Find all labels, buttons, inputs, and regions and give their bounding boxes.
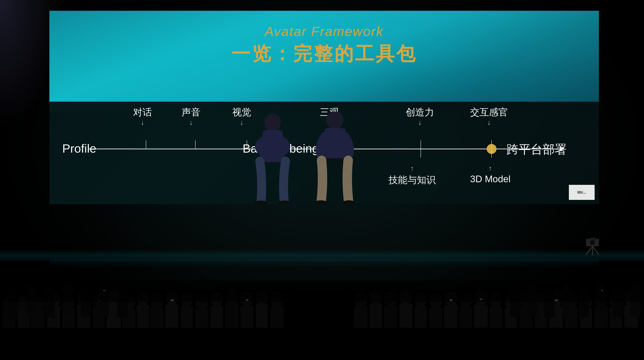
svg-rect-77 [460, 307, 472, 331]
svg-rect-52 [210, 306, 223, 331]
diagram-panel: 对话 ↓ 声音 ↓ 视觉 ↓ 三观 ↓ 创造力 ↓ [49, 102, 599, 204]
svg-rect-67 [384, 306, 398, 331]
label-3dmodel: ↓ 3D Model [470, 163, 510, 185]
svg-rect-54 [225, 304, 239, 330]
info-box: Mir... [569, 185, 595, 200]
svg-rect-136 [0, 280, 644, 302]
cross-platform-label: 跨平台部署 [506, 141, 567, 158]
svg-point-12 [264, 113, 281, 131]
svg-rect-138 [590, 238, 596, 240]
title-chinese: 一览：完整的工具包 [49, 41, 599, 67]
label-jineng: ↓ 技能与知识 [388, 163, 436, 186]
camera-tripod [580, 235, 605, 257]
label-jiaohugangguan: 交互感官 ↓ [470, 106, 508, 127]
profile-label: Profile [62, 141, 96, 155]
label-duihua: 对话 ↓ [133, 106, 152, 127]
svg-line-141 [586, 246, 592, 255]
info-box-text: Mir... [577, 190, 586, 195]
svg-line-143 [592, 246, 599, 255]
audience-crowd [0, 246, 644, 360]
svg-rect-47 [181, 306, 193, 331]
svg-rect-41 [137, 305, 149, 330]
svg-rect-75 [444, 305, 458, 330]
label-shengyin: 声音 ↓ [182, 106, 200, 127]
svg-rect-45 [165, 305, 178, 330]
svg-rect-135 [0, 328, 644, 360]
presenters-silhouettes [230, 112, 380, 204]
svg-point-140 [591, 241, 594, 244]
svg-rect-83 [490, 306, 502, 331]
svg-rect-56 [240, 305, 253, 331]
presentation-screen-container: Avatar Framework 一览：完整的工具包 [49, 11, 599, 204]
svg-rect-79 [474, 305, 488, 330]
title-area: Avatar Framework 一览：完整的工具包 [49, 24, 599, 67]
svg-rect-69 [399, 304, 412, 330]
svg-rect-71 [415, 306, 427, 331]
svg-rect-63 [354, 306, 367, 331]
svg-rect-58 [256, 304, 268, 330]
svg-rect-60 [270, 306, 284, 331]
svg-rect-65 [370, 304, 382, 330]
label-chuanglili: 创造力 ↓ [406, 106, 434, 127]
svg-point-15 [326, 112, 344, 129]
presentation-screen: Avatar Framework 一览：完整的工具包 [49, 11, 599, 204]
title-english: Avatar Framework [49, 24, 599, 39]
